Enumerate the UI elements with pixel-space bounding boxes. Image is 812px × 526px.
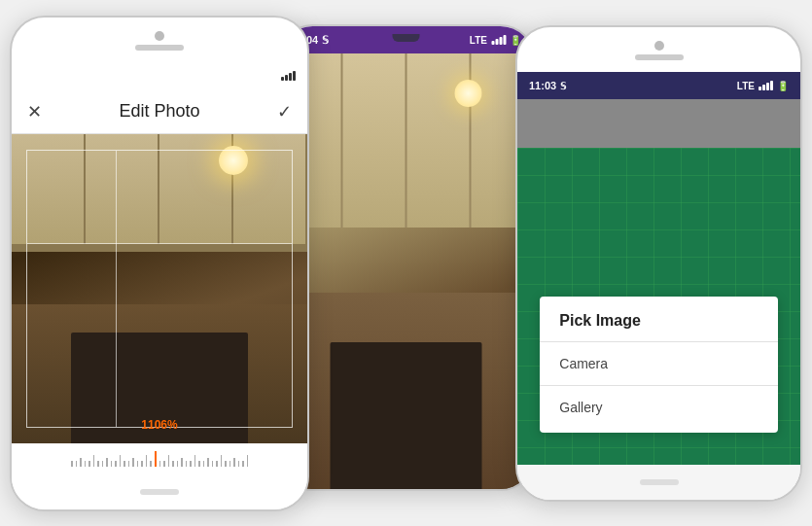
left-status-icons <box>281 71 296 81</box>
tick <box>238 461 240 467</box>
back-carrier-icon: 𝕊 <box>322 34 329 47</box>
tick <box>159 461 161 467</box>
right-camera <box>654 41 664 51</box>
right-battery-icon: 🔋 <box>777 81 789 91</box>
back-signal-icon <box>491 35 506 45</box>
tick <box>76 461 78 467</box>
tick <box>146 455 148 467</box>
back-stove <box>330 342 482 489</box>
tick <box>111 461 113 467</box>
tick <box>120 455 122 467</box>
pick-image-dialog: Pick Image Camera Gallery <box>540 297 777 433</box>
right-time: 11:03 <box>529 80 556 91</box>
tick <box>71 461 73 467</box>
edit-photo-title: Edit Photo <box>119 101 199 122</box>
slider-area[interactable] <box>12 443 307 474</box>
right-network: LTE <box>737 81 755 91</box>
tick <box>186 461 188 467</box>
phones-container: 11:04 𝕊 LTE 🔋 <box>0 0 812 526</box>
back-kitchen-upper <box>279 53 533 228</box>
tick <box>88 461 90 467</box>
tick <box>247 455 249 467</box>
right-carrier-icon: 𝕊 <box>560 81 566 91</box>
tick <box>242 461 244 467</box>
check-icon[interactable]: ✓ <box>277 101 292 123</box>
right-home-button <box>640 479 679 485</box>
dialog-title: Pick Image <box>540 312 777 341</box>
tick <box>229 461 231 467</box>
tick <box>115 461 117 467</box>
phone-back: 11:04 𝕊 LTE 🔋 <box>277 24 535 491</box>
tick <box>168 455 170 467</box>
left-status-bar <box>12 62 307 89</box>
tick <box>141 461 143 467</box>
zoom-label: 1106% <box>141 418 177 432</box>
tick-container <box>71 451 248 467</box>
back-light <box>455 80 482 107</box>
tick <box>85 461 87 467</box>
phone-right: 11:03 𝕊 LTE 🔋 Pick Image <box>515 25 802 502</box>
tick <box>172 461 174 467</box>
back-photo-area <box>279 53 533 489</box>
left-photo-area[interactable]: 1106% <box>12 134 307 443</box>
crop-grid-overlay <box>26 150 293 428</box>
right-home-area <box>517 465 800 500</box>
green-background: Pick Image Camera Gallery <box>517 148 800 465</box>
back-kitchen-lower <box>279 293 533 489</box>
tick <box>181 458 183 467</box>
phone-left: ✕ Edit Photo ✓ <box>10 16 309 511</box>
close-icon[interactable]: ✕ <box>27 101 42 123</box>
left-speaker <box>135 45 184 51</box>
tick <box>198 461 200 467</box>
tick <box>150 461 152 467</box>
left-camera <box>155 31 164 41</box>
right-status-bar: 11:03 𝕊 LTE 🔋 <box>517 72 800 99</box>
right-gray-header <box>517 99 800 148</box>
left-home-area <box>12 474 307 509</box>
edit-photo-header: ✕ Edit Photo ✓ <box>12 89 307 134</box>
tick <box>137 461 139 467</box>
tick <box>225 461 227 467</box>
tick <box>163 461 165 467</box>
tick-active <box>155 451 157 467</box>
right-status-icons: LTE 🔋 <box>737 81 789 91</box>
back-status-icons: LTE 🔋 <box>470 35 521 46</box>
tick <box>203 461 205 467</box>
tick <box>97 461 99 467</box>
tick <box>132 458 134 467</box>
right-signal-icon <box>759 81 773 90</box>
tick <box>212 461 214 467</box>
tick <box>233 458 235 467</box>
tick <box>124 461 125 467</box>
camera-option[interactable]: Camera <box>540 342 777 385</box>
left-signal-icon <box>281 71 296 81</box>
back-network: LTE <box>470 35 487 46</box>
back-phone-notch <box>393 34 420 42</box>
tick <box>106 458 108 467</box>
right-speaker <box>635 54 684 60</box>
left-home-button <box>140 489 179 495</box>
tick <box>93 455 95 467</box>
tick <box>194 455 196 467</box>
tick <box>102 461 104 467</box>
tick <box>207 458 209 467</box>
tick <box>128 461 130 467</box>
gallery-option[interactable]: Gallery <box>540 386 777 429</box>
tick <box>177 461 179 467</box>
tick <box>190 461 192 467</box>
slider-track[interactable] <box>26 452 293 466</box>
tick <box>216 461 218 467</box>
tick <box>80 458 82 467</box>
tick <box>221 455 223 467</box>
